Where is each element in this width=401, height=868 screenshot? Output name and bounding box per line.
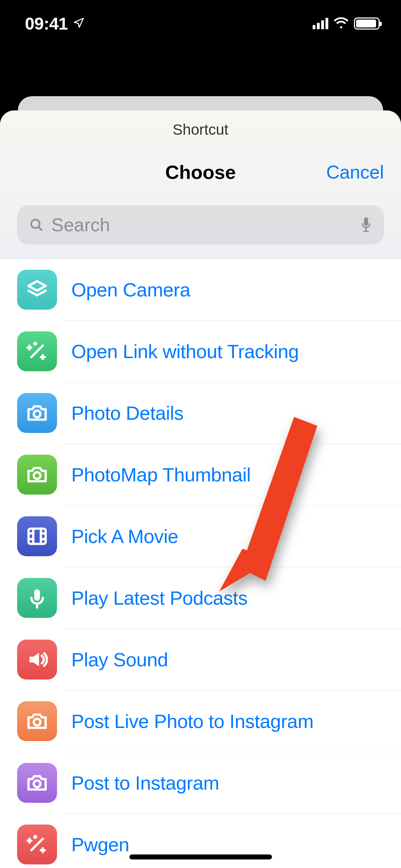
search-icon (29, 217, 44, 233)
home-indicator (129, 854, 272, 859)
shortcut-label: Pwgen (71, 833, 129, 856)
film-icon (17, 516, 57, 556)
speaker-icon (17, 640, 57, 680)
cellular-icon (313, 18, 328, 29)
camera-icon (17, 455, 57, 495)
wand-icon (17, 331, 57, 371)
shortcut-label: Open Camera (71, 279, 190, 301)
shortcut-row[interactable]: Open Link without Tracking (0, 321, 401, 382)
location-icon (73, 17, 85, 30)
shortcut-label: Play Latest Podcasts (71, 587, 247, 609)
shortcut-label: Post to Instagram (71, 772, 219, 794)
svg-point-25 (34, 780, 41, 787)
shortcut-row[interactable]: Pick A Movie (0, 506, 401, 567)
shortcut-row[interactable]: Pwgen (0, 814, 401, 868)
svg-line-1 (38, 227, 42, 230)
shortcut-row[interactable]: Post to Instagram (0, 752, 401, 813)
shortcut-row[interactable]: Photo Details (0, 382, 401, 444)
status-time: 09:41 (25, 14, 68, 33)
page-title: Choose (165, 161, 236, 183)
svg-point-24 (34, 719, 41, 725)
shortcut-row[interactable]: Open Camera (0, 259, 401, 320)
search-input[interactable] (51, 214, 353, 236)
svg-rect-22 (34, 589, 40, 601)
svg-line-26 (31, 839, 43, 850)
camera-icon (17, 701, 57, 741)
camera-icon (17, 763, 57, 803)
camera-icon (17, 393, 57, 433)
chooser-sheet: Shortcut Choose Cancel Open CameraOpen L… (0, 110, 401, 868)
svg-rect-15 (29, 529, 46, 544)
svg-rect-2 (364, 217, 368, 226)
shortcut-label: Photo Details (71, 402, 184, 424)
mini-title: Shortcut (0, 121, 401, 138)
shortcut-row[interactable]: PhotoMap Thumbnail (0, 444, 401, 505)
shortcut-label: Open Link without Tracking (71, 340, 299, 362)
dictation-icon[interactable] (360, 216, 372, 233)
shortcut-row[interactable]: Play Sound (0, 629, 401, 690)
cancel-button[interactable]: Cancel (326, 161, 384, 183)
battery-icon (354, 17, 380, 30)
search-field[interactable] (17, 205, 384, 244)
sheet-header: Shortcut Choose Cancel (0, 110, 401, 259)
shortcut-row[interactable]: Post Live Photo to Instagram (0, 691, 401, 752)
mic-icon (17, 578, 57, 618)
status-bar: 09:41 (0, 0, 401, 47)
svg-line-6 (31, 346, 43, 357)
shortcut-label: PhotoMap Thumbnail (71, 464, 251, 486)
shortcut-label: Play Sound (71, 649, 168, 671)
wand-icon (17, 825, 57, 864)
layers-icon (17, 270, 57, 310)
shortcut-row[interactable]: Play Latest Podcasts (0, 567, 401, 629)
wifi-icon (333, 17, 349, 30)
svg-marker-5 (29, 281, 46, 291)
shortcut-label: Post Live Photo to Instagram (71, 710, 313, 732)
shortcut-list: Open CameraOpen Link without TrackingPho… (0, 259, 401, 868)
svg-point-13 (34, 410, 41, 417)
svg-point-14 (34, 472, 41, 479)
shortcut-label: Pick A Movie (71, 525, 178, 547)
